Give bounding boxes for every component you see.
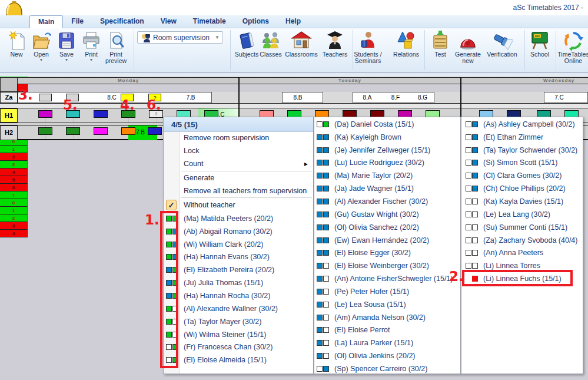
- period-header-cell[interactable]: 4: [0, 168, 28, 176]
- teacher-menu-item[interactable]: (Da) Daniel Costa (15/1): [314, 118, 460, 131]
- teacher-menu-item[interactable]: (El) Eloise Egger (30/2): [314, 246, 460, 259]
- tab-help[interactable]: Help: [277, 15, 309, 28]
- combo-dropdown-arrow[interactable]: ▼: [215, 35, 220, 40]
- tab-options[interactable]: Options: [234, 15, 277, 28]
- teacher-menu-item[interactable]: (Ma) Matilda Peeters (20/2): [164, 212, 313, 225]
- teacher-menu-item[interactable]: (Le) Lea Lang (30/2): [463, 208, 583, 221]
- teacher-menu-item[interactable]: (El) Eloise Perrot: [314, 324, 460, 337]
- new-button[interactable]: New: [4, 30, 29, 58]
- teacher-menu-item[interactable]: (Cl) Clara Gomes (30/2): [463, 169, 583, 182]
- tab-main[interactable]: Main: [29, 15, 63, 28]
- menu-item[interactable]: ✓ Remove all teachers from supervision ▶: [164, 184, 313, 197]
- teacher-menu-item[interactable]: (El) Eloise Weinberger (30/2): [314, 259, 460, 272]
- period-header-cell[interactable]: 4: [0, 230, 28, 237]
- teacher-menu-item[interactable]: (Ha) Hannah Rocha (30/2): [164, 289, 313, 302]
- teacher-menu-item[interactable]: (Et) Ethan Zimmer: [463, 131, 583, 144]
- menu-item[interactable]: ✓ Generate ▶: [164, 171, 313, 184]
- teacher-menu-item[interactable]: (Ta) Taylor Schwender (30/2): [463, 144, 583, 157]
- menu-item[interactable]: ✓ Lock ▶: [164, 144, 313, 157]
- tab-specification[interactable]: Specification: [92, 15, 152, 28]
- period-header-cell[interactable]: 3: [0, 161, 28, 168]
- teacher-menu-item[interactable]: (Ha) Hannah Evans (30/2): [164, 251, 313, 264]
- period-header-cell[interactable]: 3: [0, 222, 28, 230]
- teacher-menu-item[interactable]: (Ja) Jade Wagner (15/1): [314, 182, 460, 195]
- teacher-menu-item[interactable]: (Ju) Julia Thomas (15/1): [164, 276, 313, 289]
- save-dropdown-arrow[interactable]: ▼: [54, 58, 79, 62]
- school-button[interactable]: abc School: [521, 30, 559, 58]
- supervision-duty-box[interactable]: [94, 127, 108, 135]
- tab-view[interactable]: View: [152, 15, 185, 28]
- period-header-cell[interactable]: 2: [0, 214, 28, 222]
- relations-button[interactable]: Relations: [387, 30, 425, 58]
- open-button[interactable]: Open ▼: [28, 30, 54, 62]
- classrooms-button-label: Classrooms: [283, 51, 320, 58]
- teacher-menu-item[interactable]: (An) Anna Peeters: [463, 246, 583, 259]
- teacher-menu-item[interactable]: (Lu) Lucie Rodríguez (30/2): [314, 157, 460, 170]
- period-header-cell[interactable]: 6: [0, 184, 28, 191]
- teacher-menu-item[interactable]: (Ka) Kayla Davies (15/1): [463, 195, 583, 208]
- teacher-menu-item[interactable]: (Le) Lea Sousa (15/1): [314, 298, 460, 311]
- mode-select[interactable]: Room supervision ▼: [137, 31, 223, 44]
- teacher-menu-item[interactable]: (Fr) Francesca Chan (30/2): [164, 341, 313, 353]
- menu-item[interactable]: ✓ Remove room supervision ▶: [164, 131, 313, 144]
- teacher-menu-item[interactable]: (Ab) Abigail Romano (30/2): [164, 225, 313, 238]
- teacher-menu-item[interactable]: (Pe) Peter Hofer (15/1): [314, 285, 460, 298]
- tab-file[interactable]: File: [63, 15, 92, 28]
- teacher-menu-item[interactable]: (Ma) Marie Taylor (20/2): [314, 169, 460, 182]
- period-header-cell[interactable]: 0: [0, 199, 28, 207]
- teacher-menu-item[interactable]: (Ol) Olivia Sanchez (20/2): [314, 221, 460, 234]
- period-header-cell[interactable]: 2: [0, 153, 28, 161]
- teacher-menu-item[interactable]: (Ew) Ewan Hernández (20/2): [314, 234, 460, 247]
- supervision-duty-box[interactable]: [38, 110, 52, 118]
- open-dropdown-arrow[interactable]: ▼: [28, 58, 54, 62]
- teacher-menu-item[interactable]: (An) Antoine FisherSchwegler (15/1): [314, 272, 460, 285]
- teacher-menu-item[interactable]: (Ka) Kayleigh Brown: [314, 131, 460, 144]
- teacher-menu-item[interactable]: (Su) Summer Conti (15/1): [463, 221, 583, 234]
- row-label-h1[interactable]: H1: [0, 108, 18, 123]
- teacher-menu-item[interactable]: (Ol) Olivia Jenkins (20/2): [314, 349, 460, 362]
- classrooms-icon: [291, 30, 312, 51]
- supervision-duty-box[interactable]: [121, 127, 135, 135]
- teacher-menu-item[interactable]: (Al) Alexandre Wallner (30/2): [164, 302, 313, 315]
- teacher-menu-item[interactable]: (El) Elizabeth Pereira (20/2): [164, 263, 313, 276]
- period-header-cell[interactable]: 1: [0, 146, 28, 153]
- duty-status-square-2: [472, 237, 478, 243]
- supervision-duty-box[interactable]: [148, 127, 162, 135]
- period-header-cell[interactable]: 7: [0, 191, 28, 199]
- teacher-menu-item[interactable]: (Ch) Chloe Phillips (20/2): [463, 182, 583, 195]
- period-header-cell[interactable]: 1: [0, 207, 28, 214]
- students-seminars-button[interactable]: Students / Seminars: [349, 30, 387, 64]
- teachers-button[interactable]: Teachers: [316, 30, 354, 58]
- teacher-name: (Lu) Lucie Rodríguez (30/2): [334, 158, 424, 167]
- print-preview-button[interactable]: Print preview: [99, 30, 133, 64]
- generate-new-button[interactable]: Generate new: [449, 30, 487, 64]
- tab-timetable[interactable]: Timetable: [185, 15, 234, 28]
- teacher-menu-item[interactable]: (As) Ashley Campbell (30/2): [463, 118, 583, 131]
- teacher-menu-item[interactable]: (Je) Jennifer Zellweger (15/1): [314, 144, 460, 157]
- menu-item[interactable]: ✓ Without teacher ▶: [164, 199, 313, 212]
- teacher-menu-item[interactable]: (Gu) Gustav Wright (30/2): [314, 208, 460, 221]
- period-header-cell[interactable]: 5: [0, 176, 28, 184]
- teacher-menu-item[interactable]: (Wi) William Clark (20/2): [164, 238, 313, 251]
- supervision-slot-box[interactable]: [39, 94, 52, 101]
- teacher-menu-item[interactable]: (Sp) Spencer Carreiro (30/2): [314, 362, 460, 375]
- row-label-h2[interactable]: H2: [0, 125, 18, 140]
- teacher-menu-item[interactable]: (Wi) Wilma Steiner (15/1): [164, 328, 313, 341]
- teacher-menu-item[interactable]: (Al) Alexander Fischer (30/2): [314, 195, 460, 208]
- verification-button[interactable]: Verification: [483, 30, 521, 58]
- teacher-menu-item[interactable]: (Si) Simon Scott (15/1): [463, 157, 583, 170]
- teacher-menu-item[interactable]: (El) Eloise Almeida (15/1): [164, 353, 313, 366]
- supervision-duty-box[interactable]: [66, 127, 80, 135]
- row-label-za[interactable]: Za: [0, 92, 18, 103]
- teacher-menu-item[interactable]: (Ta) Taylor Mayer (30/2): [164, 315, 313, 328]
- teacher-menu-item[interactable]: (La) Laura Parker (15/1): [314, 336, 460, 349]
- supervision-duty-box[interactable]: [94, 110, 108, 118]
- annotation-box-1: [160, 211, 178, 368]
- teacher-menu-item[interactable]: (Am) Amanda Nelson (30/2): [314, 311, 460, 324]
- menu-item[interactable]: ✓ Count ▶: [164, 157, 313, 170]
- save-button[interactable]: Save ▼: [54, 30, 79, 62]
- timetables-online-button[interactable]: TimeTables Online: [554, 30, 588, 64]
- teacher-menu-item[interactable]: (Za) Zachary Svoboda (40/4): [463, 234, 583, 247]
- supervision-duty-box[interactable]: [38, 127, 52, 135]
- classrooms-button[interactable]: Classrooms: [283, 30, 320, 58]
